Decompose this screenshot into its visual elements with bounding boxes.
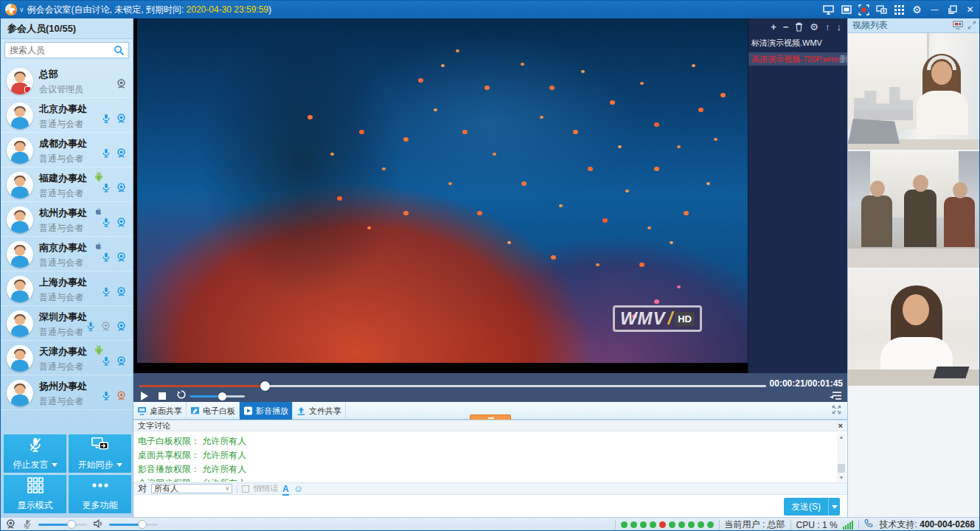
participant-row[interactable]: 福建办事处 普通与会者 <box>1 167 133 202</box>
tab-media-playback[interactable]: 影音播放 <box>240 402 293 420</box>
camera-icon[interactable] <box>116 355 127 369</box>
camera-icon[interactable] <box>116 321 127 335</box>
dropdown-caret-icon[interactable] <box>52 463 58 467</box>
participant-row[interactable]: 上海办事处 普通与会者 <box>1 271 133 306</box>
expand-icon[interactable] <box>967 19 976 32</box>
video-thumbnail[interactable] <box>848 33 980 150</box>
mic-icon[interactable] <box>101 390 111 404</box>
camera-icon[interactable] <box>116 113 127 127</box>
settings-gear-icon[interactable] <box>911 4 923 16</box>
emoji-icon[interactable] <box>293 484 303 493</box>
participant-row[interactable]: 南京办事处 普通与会者 <box>1 237 133 271</box>
volume-slider[interactable] <box>190 395 245 398</box>
move-up-icon[interactable] <box>825 22 830 32</box>
participant-name: 天津办事处 <box>39 345 87 358</box>
display-mode-button[interactable]: 显示模式 <box>4 475 66 513</box>
participant-row[interactable]: 扬州办事处 普通与会者 <box>1 375 133 410</box>
record-icon[interactable] <box>858 4 870 16</box>
replay-icon[interactable] <box>176 389 187 403</box>
participant-row[interactable]: 成都办事处 普通与会者 <box>1 133 133 167</box>
search-icon[interactable] <box>114 45 125 59</box>
tab-whiteboard[interactable]: 电子白板 <box>187 402 240 420</box>
chat-close-icon[interactable] <box>838 422 843 430</box>
tab-label: 电子白板 <box>203 406 235 417</box>
camera-icon[interactable] <box>116 251 127 266</box>
scroll-down-icon[interactable] <box>837 473 846 482</box>
search-input[interactable] <box>5 43 128 58</box>
tab-file-share[interactable]: 文件共享 <box>293 402 346 420</box>
mic-icon[interactable] <box>101 355 111 369</box>
layout-grid-icon[interactable] <box>893 4 906 16</box>
move-down-icon[interactable] <box>837 22 842 32</box>
participant-row[interactable]: 杭州办事处 普通与会者 <box>1 202 133 237</box>
playlist-settings-icon[interactable] <box>810 22 819 32</box>
participant-row[interactable]: 天津办事处 普通与会者 <box>1 341 133 375</box>
play-button[interactable] <box>141 392 148 400</box>
seek-handle[interactable] <box>260 381 270 391</box>
scroll-up-icon[interactable] <box>837 433 846 441</box>
mic-icon[interactable] <box>101 251 111 266</box>
maximize-icon[interactable] <box>946 4 959 16</box>
trash-icon[interactable] <box>795 22 803 32</box>
stop-button[interactable] <box>159 392 166 400</box>
minimize-icon[interactable] <box>928 4 941 16</box>
whiteboard-window-icon[interactable] <box>840 4 852 16</box>
delete-link[interactable]: 删除 <box>840 52 847 66</box>
mic-muted-icon[interactable] <box>22 518 32 531</box>
participant-row[interactable]: 深圳办事处 普通与会者 <box>1 306 133 341</box>
start-sync-button[interactable]: 开始同步 <box>69 434 131 473</box>
video-thumbnail[interactable] <box>848 269 980 386</box>
avatar <box>7 137 33 164</box>
video-thumbnail[interactable] <box>848 151 980 268</box>
volume-handle[interactable] <box>218 392 226 400</box>
mic-icon[interactable] <box>101 113 111 127</box>
add-icon[interactable] <box>771 22 776 32</box>
camera-icon[interactable] <box>116 182 127 196</box>
recipient-select[interactable]: 所有人 <box>151 484 232 493</box>
camera-active-icon[interactable] <box>116 390 127 404</box>
remove-icon[interactable] <box>783 22 789 32</box>
chat-scrollbar[interactable] <box>837 433 846 482</box>
speaker-volume-slider[interactable] <box>109 524 158 526</box>
mic-icon[interactable] <box>101 286 111 300</box>
camera-disabled-icon[interactable] <box>100 321 111 335</box>
participant-row[interactable]: 总部 会议管理员 <box>1 63 133 98</box>
participant-row[interactable]: 北京办事处 普通与会者 <box>1 98 133 133</box>
more-functions-button[interactable]: 更多功能 <box>69 475 131 513</box>
avatar <box>7 310 33 337</box>
whisper-checkbox[interactable] <box>242 485 249 493</box>
chat-input-area[interactable]: 发送(S) <box>133 496 847 518</box>
close-icon[interactable] <box>964 4 976 16</box>
speaker-volume-handle[interactable] <box>138 520 147 529</box>
camera-icon[interactable] <box>116 286 127 300</box>
mic-icon[interactable] <box>86 321 96 335</box>
tab-desktop-share[interactable]: 桌面共享 <box>133 402 187 420</box>
mic-volume-slider[interactable] <box>38 524 87 526</box>
font-icon[interactable] <box>282 484 289 494</box>
playlist-item-selected[interactable]: 高清演示视频-720P.wmv删除 <box>748 52 847 66</box>
camera-icon[interactable] <box>116 217 127 231</box>
video-player-stage[interactable]: WMV/HD <box>133 18 748 373</box>
seek-bar[interactable] <box>139 385 766 387</box>
fullscreen-icon[interactable] <box>832 404 841 417</box>
scroll-thumb[interactable] <box>838 464 845 473</box>
mic-icon[interactable] <box>101 148 111 162</box>
chevron-down-icon[interactable] <box>19 6 24 13</box>
mic-icon[interactable] <box>101 217 111 231</box>
desktop-share-icon[interactable] <box>822 4 835 16</box>
camera-status-icon[interactable] <box>5 518 16 531</box>
camera-icon[interactable] <box>116 78 127 92</box>
stop-speaking-button[interactable]: 停止发言 <box>4 434 66 473</box>
playlist-item[interactable]: 标清演示视频.WMV <box>748 36 847 49</box>
camera-icon[interactable] <box>116 148 127 162</box>
mic-volume-handle[interactable] <box>67 520 76 529</box>
sync-screens-icon[interactable] <box>875 4 888 16</box>
mic-icon[interactable] <box>101 182 111 196</box>
chat-message: 桌面共享权限： 允许所有人 <box>138 448 835 462</box>
dropdown-caret-icon[interactable] <box>117 463 122 467</box>
whisper-label: 悄悄话 <box>254 483 278 494</box>
monitor-icon[interactable] <box>953 19 963 32</box>
speaker-icon[interactable] <box>93 518 103 531</box>
send-button[interactable]: 发送(S) <box>784 498 828 516</box>
send-options-caret[interactable] <box>828 498 840 516</box>
